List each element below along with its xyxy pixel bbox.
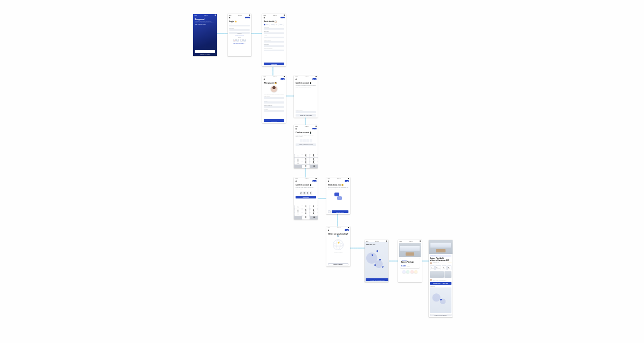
keypad-key[interactable] [294, 165, 302, 168]
camera-icon[interactable] [276, 91, 278, 93]
keypad-key[interactable]: ⌫ [310, 216, 318, 219]
page-title: Login 👋 [229, 20, 250, 23]
code-digit[interactable]: 3 [306, 191, 309, 195]
apple-icon[interactable] [240, 39, 243, 42]
back-icon[interactable] [295, 180, 297, 182]
keypad-key[interactable]: 1 [294, 205, 302, 209]
keypad-key[interactable]: 2ABC [302, 154, 310, 157]
back-icon[interactable] [295, 78, 297, 80]
dob-input[interactable] [264, 97, 284, 99]
keypad-key[interactable]: 6MNO [310, 158, 318, 161]
back-icon[interactable] [263, 78, 265, 80]
book-button[interactable]: BOOK FOR $ 3,490 / MO [430, 282, 451, 285]
keypad-key[interactable]: 0 [302, 216, 310, 219]
gallery-photo[interactable] [444, 271, 451, 278]
host-row[interactable]: Anthony R. Superhost ★ 4.62 [430, 262, 451, 264]
carrier: AT&T [229, 15, 231, 16]
password2-input[interactable] [264, 50, 284, 52]
code-digit[interactable] [303, 139, 306, 142]
email-input[interactable] [264, 37, 284, 39]
gender-input[interactable] [264, 101, 284, 104]
keypad-key[interactable]: 3DEF [310, 154, 318, 157]
keypad-key[interactable]: 1 [294, 154, 302, 157]
password-input[interactable] [264, 45, 284, 47]
keypad-key[interactable]: 4GHI [294, 209, 302, 212]
password-input[interactable] [229, 29, 250, 31]
linkedin-icon[interactable]: in [243, 39, 246, 42]
login-button[interactable]: LOGIN [229, 32, 250, 34]
map[interactable]: SHOW 67 PROPERTIES New York, USA [365, 242, 388, 282]
back-icon[interactable] [327, 180, 329, 182]
filter-fab[interactable] [410, 270, 414, 273]
back-icon[interactable] [295, 128, 297, 129]
keypad-key[interactable]: 5JKL [302, 209, 310, 212]
keypad-key[interactable]: 9WXYZ [310, 161, 318, 164]
listing-photo[interactable] [399, 243, 421, 257]
back-icon[interactable] [263, 17, 265, 18]
mini-map[interactable] [430, 287, 451, 313]
forgot-link[interactable]: Forgot password? [229, 35, 250, 36]
code-digit[interactable] [310, 139, 312, 142]
continue-button[interactable]: CONTINUE [264, 119, 284, 122]
filter-fab[interactable] [414, 270, 417, 273]
signup-link[interactable]: Sign Up for an account → [229, 43, 250, 44]
code-digit[interactable] [306, 139, 309, 142]
login-link[interactable]: Log in to My Account [195, 54, 215, 55]
code-digit[interactable]: 2 [300, 191, 303, 195]
keypad-key[interactable]: 5JKL [302, 158, 310, 161]
currency-input[interactable] [264, 110, 284, 112]
email-input[interactable] [229, 25, 250, 27]
code-digit[interactable]: 8 [303, 191, 306, 195]
availability-button[interactable]: CHECK AVAILABILITY [430, 314, 451, 316]
map-pin-icon[interactable] [376, 250, 378, 252]
filter-fab[interactable] [406, 270, 409, 273]
review-row[interactable]: “Great place, would stay again…” [430, 279, 451, 281]
code-digit[interactable]: 6 [310, 191, 312, 195]
avatar-upload[interactable] [270, 85, 278, 93]
resend-button[interactable]: SEND THE CODE AGAIN [296, 143, 316, 146]
back-button[interactable]: ‹ [328, 210, 331, 213]
keypad-key[interactable]: 8TUV [302, 212, 310, 216]
keypad-key[interactable]: 7PQRS [294, 161, 302, 164]
map-pin-icon[interactable] [374, 264, 376, 266]
google-icon[interactable]: G [233, 39, 236, 42]
keypad-key[interactable]: 6MNO [310, 209, 318, 212]
time: 9:41 AM [337, 178, 341, 179]
hero-photo[interactable] [429, 240, 453, 254]
listing-card[interactable]: Blueground Eastern Point Light 2605 Palm… [400, 258, 420, 268]
carrier: AT&T [366, 241, 368, 242]
back-icon[interactable] [327, 229, 329, 231]
keypad-key[interactable]: 8TUV [302, 161, 310, 164]
last-name-input[interactable] [264, 32, 284, 35]
map-pin-icon[interactable] [379, 258, 381, 260]
gallery-photo[interactable] [430, 271, 444, 278]
screen-basic-details: AT&T9:41 AM 1 / 5 Basic details 📋 First … [262, 14, 286, 66]
confirm-button[interactable]: CONFIRM [296, 196, 316, 198]
phone-input[interactable] [296, 111, 316, 113]
label: Last name [264, 31, 284, 32]
keypad-key[interactable]: 0 [302, 165, 310, 168]
keypad-key[interactable]: 2ABC [302, 205, 310, 209]
map-pin-icon[interactable] [372, 254, 374, 256]
time: 9:41 AM [337, 227, 341, 228]
back-icon[interactable] [229, 17, 230, 18]
keypad-key[interactable]: 9WXYZ [310, 212, 318, 216]
keypad-key[interactable]: ⌫ [310, 165, 318, 168]
filter-fab[interactable] [402, 270, 406, 273]
start-chat-button[interactable]: START CHAT [332, 210, 348, 213]
show-properties-button[interactable]: SHOW 67 PROPERTIES [366, 278, 388, 281]
keypad-key[interactable]: 3DEF [310, 205, 318, 209]
keypad-key[interactable]: 7PQRS [294, 212, 302, 216]
code-digit[interactable] [300, 139, 303, 142]
facebook-icon[interactable]: f [236, 39, 239, 42]
keypad-key[interactable] [294, 216, 302, 219]
continue-button[interactable]: CONTINUE [264, 63, 284, 65]
phone-input[interactable] [264, 41, 284, 43]
country-select[interactable]: Select a Country [328, 263, 348, 265]
continue-email-button[interactable]: CONTINUE WITH E-MAIL [195, 50, 215, 53]
language-input[interactable] [264, 106, 284, 108]
send-code-button[interactable]: SEND ME THE CODE [296, 114, 316, 116]
keypad-key[interactable]: 4GHI [294, 158, 302, 161]
first-name-input[interactable] [264, 28, 284, 30]
map-pin-icon[interactable] [381, 266, 383, 268]
